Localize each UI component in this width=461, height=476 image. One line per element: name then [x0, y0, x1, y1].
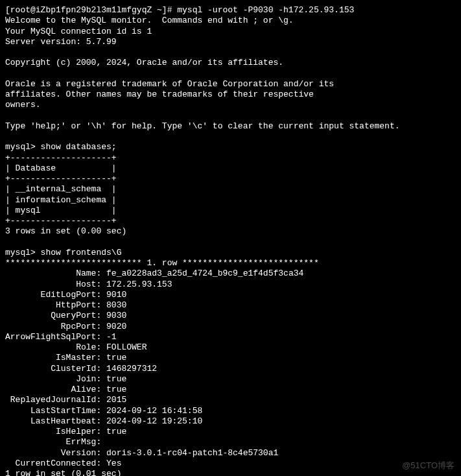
kv-editlogport: EditLogPort: 9010 [5, 290, 456, 300]
kv-errmsg: ErrMsg: [5, 437, 456, 447]
kv-join: Join: true [5, 374, 456, 385]
kv-lastheartbeat: LastHeartbeat: 2024-09-12 19:25:10 [5, 416, 456, 427]
welcome-line: Welcome to the MySQL monitor. Commands e… [5, 16, 456, 26]
table-row: | __internal_schema | [5, 184, 456, 195]
kv-laststarttime: LastStartTime: 2024-09-12 16:41:58 [5, 406, 456, 416]
result-summary: 3 rows in set (0.00 sec) [5, 226, 456, 237]
trademark-line: owners. [5, 100, 456, 110]
kv-ismaster: IsMaster: true [5, 353, 456, 363]
row-separator: *************************** 1. row *****… [5, 258, 456, 268]
server-version-line: Server version: 5.7.99 [5, 37, 456, 47]
watermark-text: @51CTO博客 [402, 460, 455, 471]
mysql-command-line[interactable]: mysql> show frontends\G [5, 248, 456, 258]
kv-ishelper: IsHelper: true [5, 427, 456, 437]
blank-line [5, 237, 456, 248]
kv-currentconnected: CurrentConnected: Yes [5, 458, 456, 469]
table-row: | mysql | [5, 206, 456, 216]
mysql-command-line[interactable]: mysql> show databases; [5, 142, 456, 152]
table-border: +--------------------+ [5, 216, 456, 226]
kv-arrowflightsqlport: ArrowFlightSqlPort: -1 [5, 332, 456, 342]
kv-version: Version: doris-3.0.1-rc04-patch1-8c4e573… [5, 448, 456, 458]
blank-line [5, 69, 456, 79]
result-summary: 1 row in set (0.01 sec) [5, 469, 456, 476]
table-border: +--------------------+ [5, 153, 456, 163]
kv-queryport: QueryPort: 9030 [5, 311, 456, 321]
blank-line [5, 111, 456, 121]
kv-replayedjournalid: ReplayedJournalId: 2015 [5, 395, 456, 405]
kv-role: Role: FOLLOWER [5, 342, 456, 353]
blank-line [5, 132, 456, 142]
table-row: | information_schema | [5, 195, 456, 206]
kv-name: Name: fe_a0228ad3_a25d_4724_b9c9_e1f4d5f… [5, 268, 456, 279]
kv-host: Host: 172.25.93.153 [5, 280, 456, 290]
table-border: +--------------------+ [5, 174, 456, 184]
kv-httpport: HttpPort: 8030 [5, 300, 456, 311]
blank-line [5, 47, 456, 58]
help-line: Type 'help;' or '\h' for help. Type '\c'… [5, 121, 456, 132]
kv-alive: Alive: true [5, 385, 456, 395]
kv-clusterid: ClusterId: 1468297312 [5, 364, 456, 374]
copyright-line: Copyright (c) 2000, 2024, Oracle and/or … [5, 58, 456, 68]
terminal-output: [root@iZbp1fpn29b2l3m1lmfgyqZ ~]# mysql … [5, 5, 456, 476]
trademark-line: Oracle is a registered trademark of Orac… [5, 79, 456, 89]
shell-prompt-line: [root@iZbp1fpn29b2l3m1lmfgyqZ ~]# mysql … [5, 5, 456, 16]
table-header: | Database | [5, 163, 456, 174]
trademark-line: affiliates. Other names may be trademark… [5, 89, 456, 100]
kv-rpcport: RpcPort: 9020 [5, 322, 456, 332]
connection-id-line: Your MySQL connection id is 1 [5, 27, 456, 37]
